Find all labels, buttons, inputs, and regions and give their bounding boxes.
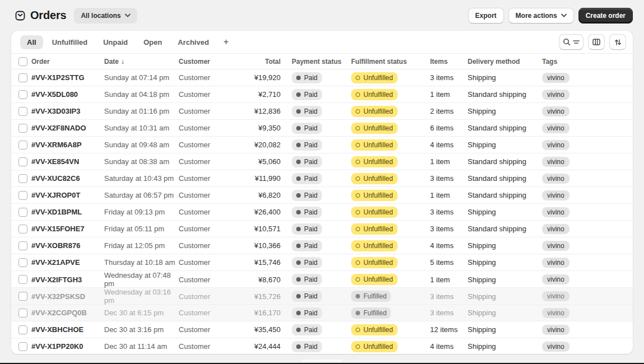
fulfillment-status-label: Unfulfilled xyxy=(363,175,393,183)
table-row[interactable]: #VV-XUC82C6 Saturday at 10:43 pm Custome… xyxy=(11,170,633,187)
table-row[interactable]: #VV-XRM6A8P Sunday at 09:48 am Customer … xyxy=(11,137,633,153)
column-header-tags[interactable]: Tags xyxy=(542,58,633,66)
table-row[interactable]: #VV-X32PSKSD Wednesday at 03:16 pm Custo… xyxy=(11,288,633,305)
table-row[interactable]: #VV-XBHCHOE Dec 30 at 3:16 pm Customer ¥… xyxy=(11,321,633,338)
create-order-button[interactable]: Create order xyxy=(578,8,633,24)
row-checkbox[interactable] xyxy=(18,258,27,267)
select-all-checkbox[interactable] xyxy=(18,57,27,66)
row-checkbox-cell xyxy=(11,342,31,351)
column-header-items[interactable]: Items xyxy=(430,58,468,66)
table-row[interactable]: #VV-X2IFTGH3 Wednesday at 07:48 pm Custo… xyxy=(11,271,633,288)
row-checkbox[interactable] xyxy=(18,73,27,82)
location-filter-button[interactable]: All locations xyxy=(74,8,137,24)
items-count: 3 items xyxy=(430,208,468,216)
tab-all[interactable]: All xyxy=(20,35,43,49)
column-header-date[interactable]: Date ↓ xyxy=(104,58,179,66)
row-checkbox-cell xyxy=(11,225,31,234)
table-row[interactable]: #VV-XD1BPML Friday at 09:13 pm Customer … xyxy=(11,204,633,221)
table-row[interactable]: #VV-X2F8NADO Sunday at 10:31 am Customer… xyxy=(11,120,633,137)
add-view-button[interactable]: + xyxy=(218,36,234,48)
more-actions-button[interactable]: More actions xyxy=(508,8,574,24)
delivery-method: Standard shipping xyxy=(468,124,542,132)
payment-status-cell: Paid xyxy=(288,257,351,268)
order-date: Friday at 09:13 pm xyxy=(104,208,179,216)
column-header-customer[interactable]: Customer xyxy=(179,58,235,66)
column-header-payment-status[interactable]: Payment status xyxy=(288,58,351,66)
customer-name: Customer xyxy=(179,90,235,99)
search-icon xyxy=(563,38,571,46)
delivery-method: Shipping xyxy=(468,309,542,317)
order-number: #VV-XD1BPML xyxy=(31,208,104,216)
column-header-order[interactable]: Order xyxy=(31,58,104,66)
paid-dot-icon xyxy=(296,328,301,332)
column-header-delivery-method[interactable]: Delivery method xyxy=(468,58,542,66)
row-checkbox[interactable] xyxy=(18,191,27,200)
order-number: #VV-X2F8NADO xyxy=(31,124,104,132)
tag-badge: vivino xyxy=(542,342,570,352)
tab-archived[interactable]: Archived xyxy=(171,35,216,49)
table-row[interactable]: #VV-X1PP20K0 Dec 30 at 11:14 am Customer… xyxy=(11,338,633,354)
row-checkbox[interactable] xyxy=(18,157,27,166)
payment-status-badge: Paid xyxy=(292,223,322,235)
export-button[interactable]: Export xyxy=(468,8,504,24)
table-row[interactable]: #VV-X3D03IP3 Sunday at 01:16 pm Customer… xyxy=(11,103,633,120)
tab-unpaid[interactable]: Unpaid xyxy=(96,35,134,49)
column-header-fulfillment-status[interactable]: Fulfillment status xyxy=(351,58,430,66)
row-checkbox[interactable] xyxy=(18,325,27,334)
payment-status-label: Paid xyxy=(304,326,318,334)
row-checkbox[interactable] xyxy=(18,292,27,301)
payment-status-cell: Paid xyxy=(288,291,351,302)
row-checkbox[interactable] xyxy=(18,90,27,99)
row-checkbox[interactable] xyxy=(18,241,27,250)
sort-button[interactable] xyxy=(609,34,626,50)
row-checkbox[interactable] xyxy=(18,342,27,351)
row-checkbox-cell xyxy=(11,141,31,150)
delivery-method: Standard shipping xyxy=(468,225,542,233)
customer-name: Customer xyxy=(179,124,235,132)
row-checkbox[interactable] xyxy=(18,225,27,234)
table-row[interactable]: #VV-X1P2STTG Sunday at 07:14 pm Customer… xyxy=(11,69,633,86)
search-and-filter-button[interactable] xyxy=(559,34,584,50)
table-row[interactable]: #VV-X2CGPQ0B Dec 30 at 6:15 pm Customer … xyxy=(11,305,633,321)
fulfillment-dot-icon xyxy=(356,328,360,332)
fulfillment-status-badge: Unfulfilled xyxy=(351,274,398,285)
tags-cell: vivino xyxy=(542,174,633,184)
edit-columns-button[interactable] xyxy=(588,34,605,50)
payment-status-label: Paid xyxy=(304,259,318,267)
row-checkbox[interactable] xyxy=(18,208,27,217)
tab-unfulfilled[interactable]: Unfulfilled xyxy=(45,35,95,49)
order-total: ¥24,444 xyxy=(235,342,288,351)
fulfillment-dot-icon xyxy=(356,126,360,130)
payment-status-label: Paid xyxy=(304,91,318,99)
tag-badge: vivino xyxy=(542,174,570,184)
tags-cell: vivino xyxy=(542,241,633,251)
fulfillment-dot-icon xyxy=(356,143,360,147)
order-date: Sunday at 10:31 am xyxy=(104,124,179,132)
table-row[interactable]: #VV-X21APVE Thursday at 10:18 am Custome… xyxy=(11,254,633,271)
order-total: ¥15,726 xyxy=(235,292,288,301)
row-checkbox[interactable] xyxy=(18,275,27,284)
payment-status-badge: Paid xyxy=(292,324,322,335)
table-row[interactable]: #VV-XJROP0T Saturday at 06:57 pm Custome… xyxy=(11,187,633,204)
tags-cell: vivino xyxy=(542,258,633,268)
table-row[interactable]: #VV-X15FOHE7 Friday at 05:11 pm Customer… xyxy=(11,221,633,237)
customer-name: Customer xyxy=(179,225,235,233)
fulfillment-dot-icon xyxy=(356,260,360,265)
table-row[interactable]: #VV-XOBR876 Friday at 12:05 pm Customer … xyxy=(11,237,633,254)
tag-badge: vivino xyxy=(542,258,570,268)
row-checkbox[interactable] xyxy=(18,107,27,116)
payment-status-label: Paid xyxy=(304,175,318,183)
table-row[interactable]: #VV-X5DL080 Sunday at 04:18 pm Customer … xyxy=(11,86,633,103)
table-row[interactable]: #VV-XE854VN Sunday at 08:38 am Customer … xyxy=(11,153,633,170)
tab-open[interactable]: Open xyxy=(137,35,169,49)
column-header-total[interactable]: Total xyxy=(235,58,288,66)
row-checkbox[interactable] xyxy=(18,309,27,318)
filter-icon xyxy=(573,39,580,45)
order-date: Friday at 12:05 pm xyxy=(104,241,179,250)
tags-cell: vivino xyxy=(542,325,633,335)
payment-status-cell: Paid xyxy=(288,207,351,218)
row-checkbox[interactable] xyxy=(18,124,27,133)
horizontal-scroll-indicator[interactable] xyxy=(302,360,342,362)
row-checkbox[interactable] xyxy=(18,174,27,183)
row-checkbox[interactable] xyxy=(18,141,27,150)
